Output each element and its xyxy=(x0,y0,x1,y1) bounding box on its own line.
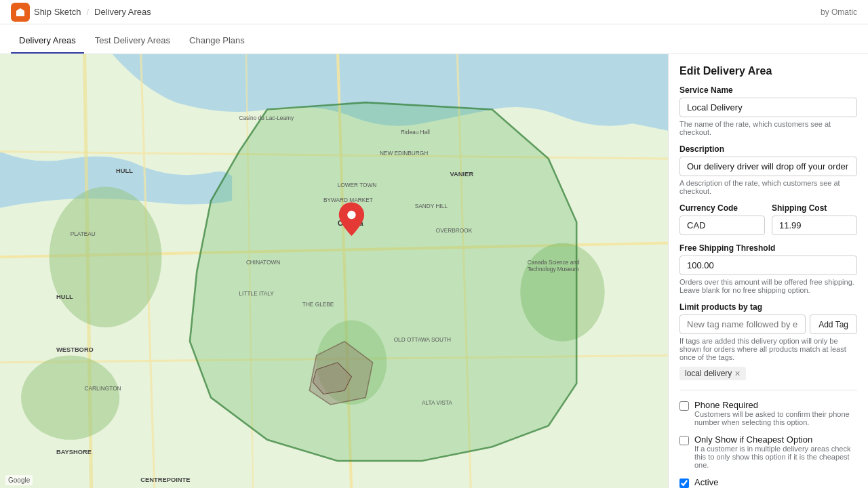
phone-required-checkbox[interactable] xyxy=(679,401,689,411)
svg-text:BYWARD MARKET: BYWARD MARKET xyxy=(323,197,373,203)
tag-chip-local-delivery: local delivery × xyxy=(679,367,746,380)
only-show-cheapest-label[interactable]: Only Show if Cheapest Option xyxy=(694,434,812,445)
tab-test-delivery-areas[interactable]: Test Delivery Areas xyxy=(87,35,178,54)
active-row: Active Only active areas will be shown t… xyxy=(679,477,857,488)
active-checkbox[interactable] xyxy=(679,479,689,488)
description-label: Description xyxy=(679,144,857,154)
description-field-group: Description A description of the rate, w… xyxy=(679,144,857,195)
breadcrumb-separator: / xyxy=(86,7,89,17)
edit-panel: Edit Delivery Area Service Name The name… xyxy=(668,54,868,488)
topbar-left: Ship Sketch / Delivery Areas xyxy=(11,3,151,22)
add-tag-button[interactable]: Add Tag xyxy=(810,314,857,334)
svg-text:HULL: HULL xyxy=(116,167,133,174)
svg-text:SANDY HILL: SANDY HILL xyxy=(415,203,448,209)
phone-required-label[interactable]: Phone Required xyxy=(694,400,758,410)
free-shipping-threshold-hint: Orders over this amount will be offered … xyxy=(679,278,857,294)
topbar: Ship Sketch / Delivery Areas by Omatic xyxy=(0,0,868,24)
shipping-cost-group: Shipping Cost xyxy=(772,203,857,235)
divider-1 xyxy=(679,390,857,390)
currency-code-label: Currency Code xyxy=(679,203,765,213)
description-hint: A description of the rate, which custome… xyxy=(679,179,857,195)
app-name: Ship Sketch xyxy=(34,7,81,17)
svg-text:PLATEAU: PLATEAU xyxy=(71,230,96,237)
free-shipping-threshold-label: Free Shipping Threshold xyxy=(679,243,857,253)
limit-by-tag-group: Limit products by tag Add Tag If tags ar… xyxy=(679,302,857,380)
shipping-cost-label: Shipping Cost xyxy=(772,203,857,213)
tab-change-plans[interactable]: Change Plans xyxy=(181,35,253,54)
tag-input[interactable] xyxy=(679,314,806,334)
description-input[interactable] xyxy=(679,157,857,176)
svg-text:LOWER TOWN: LOWER TOWN xyxy=(338,182,377,188)
only-show-cheapest-row: Only Show if Cheapest Option If a custom… xyxy=(679,434,857,469)
page-title-breadcrumb: Delivery Areas xyxy=(94,7,151,17)
map-attribution: Google xyxy=(5,475,33,485)
tab-delivery-areas[interactable]: Delivery Areas xyxy=(11,35,84,54)
only-show-cheapest-group: Only Show if Cheapest Option If a custom… xyxy=(679,434,857,469)
svg-text:OLD OTTAWA SOUTH: OLD OTTAWA SOUTH xyxy=(394,336,451,343)
app-logo xyxy=(11,3,30,22)
tags-area: local delivery × xyxy=(679,367,857,380)
free-shipping-threshold-group: Free Shipping Threshold Orders over this… xyxy=(679,243,857,294)
svg-text:Casino du Lac-Leamy: Casino du Lac-Leamy xyxy=(239,115,294,121)
phone-required-row: Phone Required Customers will be asked t… xyxy=(679,400,857,426)
svg-text:CARLINGTON: CARLINGTON xyxy=(84,385,121,392)
svg-point-11 xyxy=(21,355,119,439)
map-canvas: Casino du Lac-Leamy Rideau Hall NEW EDIN… xyxy=(0,54,668,488)
svg-text:NEW EDINBURGH: NEW EDINBURGH xyxy=(380,150,428,157)
svg-text:ALTA VISTA: ALTA VISTA xyxy=(422,399,452,406)
active-group: Active Only active areas will be shown t… xyxy=(679,477,857,488)
svg-text:CHINATOWN: CHINATOWN xyxy=(246,259,280,266)
svg-text:BAYSHORE: BAYSHORE xyxy=(56,449,92,455)
active-label[interactable]: Active xyxy=(694,477,718,487)
currency-code-group: Currency Code xyxy=(679,203,765,235)
phone-required-hint: Customers will be asked to confirm their… xyxy=(694,410,857,426)
svg-text:Canada Science and: Canada Science and xyxy=(528,259,580,266)
svg-text:OVERBROOK: OVERBROOK xyxy=(436,227,473,234)
tag-remove-button[interactable]: × xyxy=(734,369,740,378)
svg-text:CENTREPOINTE: CENTREPOINTE xyxy=(140,476,190,483)
svg-text:LITTLE ITALY: LITTLE ITALY xyxy=(239,290,275,297)
svg-point-9 xyxy=(50,187,162,327)
topbar-by: by Omatic xyxy=(821,7,857,17)
free-shipping-threshold-input[interactable] xyxy=(679,256,857,275)
panel-title: Edit Delivery Area xyxy=(679,65,857,77)
shipping-cost-input[interactable] xyxy=(772,216,857,235)
svg-text:THE GLEBE: THE GLEBE xyxy=(302,301,334,308)
svg-point-39 xyxy=(347,211,355,219)
limit-by-tag-hint: If tags are added this delivery option w… xyxy=(679,337,857,361)
svg-text:WESTBORO: WESTBORO xyxy=(56,346,94,353)
svg-text:HULL: HULL xyxy=(56,293,73,300)
tag-chip-label: local delivery xyxy=(685,369,732,378)
main-layout: Casino du Lac-Leamy Rideau Hall NEW EDIN… xyxy=(0,54,868,488)
map-area[interactable]: Casino du Lac-Leamy Rideau Hall NEW EDIN… xyxy=(0,54,668,488)
limit-by-tag-label: Limit products by tag xyxy=(679,302,857,312)
cost-fields-row: Currency Code Shipping Cost xyxy=(679,203,857,235)
phone-required-group: Phone Required Customers will be asked t… xyxy=(679,400,857,426)
only-show-cheapest-checkbox[interactable] xyxy=(679,436,689,445)
service-name-field-group: Service Name The name of the rate, which… xyxy=(679,85,857,136)
currency-code-input[interactable] xyxy=(679,216,765,235)
only-show-cheapest-hint: If a customer is in multiple delivery ar… xyxy=(694,445,857,469)
service-name-label: Service Name xyxy=(679,85,857,95)
tag-input-row: Add Tag xyxy=(679,314,857,334)
service-name-hint: The name of the rate, which customers se… xyxy=(679,120,857,136)
svg-text:VANIER: VANIER xyxy=(450,171,474,178)
svg-text:Rideau Hall: Rideau Hall xyxy=(401,129,430,136)
svg-text:Technology Museum: Technology Museum xyxy=(528,266,579,272)
nav-tabs: Delivery Areas Test Delivery Areas Chang… xyxy=(0,24,868,54)
service-name-input[interactable] xyxy=(679,98,857,117)
